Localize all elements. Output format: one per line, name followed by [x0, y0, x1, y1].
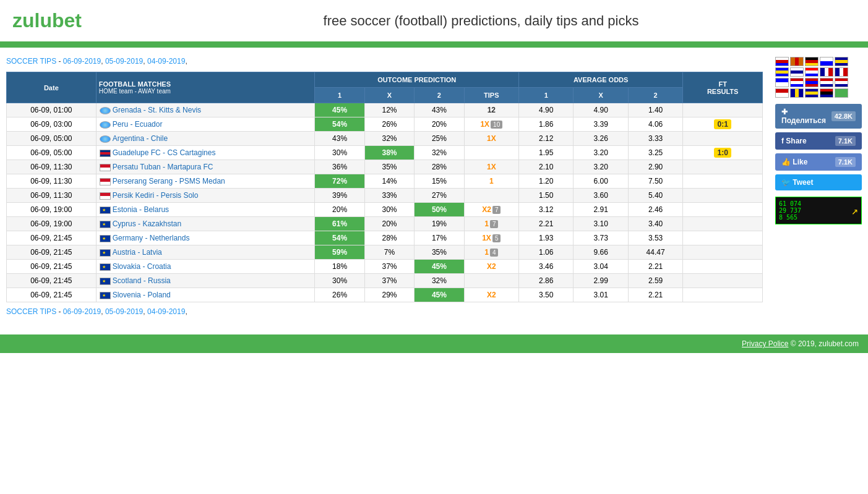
- row-ox: 3.39: [574, 117, 628, 132]
- row-team: Perserang Serang - PSMS Medan: [96, 174, 315, 189]
- table-row: 06-09, 05:00 Guadelupe FC - CS Cartagine…: [7, 146, 763, 160]
- tip-value: 1: [484, 248, 489, 257]
- team-link[interactable]: Cyprus - Kazakhstan: [113, 219, 181, 228]
- team-link[interactable]: Perserang Serang - PSMS Medan: [113, 177, 225, 185]
- sub-col-1: 1: [315, 88, 364, 103]
- row-o2: 1.40: [628, 103, 682, 117]
- row-team: Grenada - St. Kitts & Nevis: [96, 103, 315, 117]
- row-o2: 2.21: [628, 288, 682, 302]
- row-date: 06-09, 21:45: [7, 260, 97, 274]
- table-row: 06-09, 21:45 Slovenia - Poland 26% 29% 4…: [7, 288, 763, 302]
- team-link[interactable]: Argentina - Chile: [113, 134, 168, 143]
- date-link-1-bottom[interactable]: 06-09-2019: [63, 307, 101, 316]
- team-link[interactable]: Guadelupe FC - CS Cartagines: [113, 148, 216, 157]
- row-tip: 1X10: [464, 117, 518, 132]
- row-px: 35%: [364, 160, 414, 174]
- row-team: Estonia - Belarus: [96, 203, 315, 217]
- team-link[interactable]: Persatu Tuban - Martapura FC: [113, 163, 213, 171]
- row-p2: 25%: [415, 132, 464, 146]
- row-p1: 30%: [315, 274, 364, 288]
- twitter-tweet-button[interactable]: 🐦 Tweet: [775, 174, 862, 190]
- flag-rs: [805, 78, 819, 87]
- date-link-2-bottom[interactable]: 05-09-2019: [105, 307, 143, 316]
- row-team: Slovakia - Croatia: [96, 260, 315, 274]
- row-p2: 45%: [415, 288, 464, 302]
- flag-de: [805, 57, 819, 66]
- row-p1: 72%: [315, 174, 364, 189]
- date-link-1-top[interactable]: 06-09-2019: [63, 57, 101, 66]
- fb-share-button[interactable]: f Share 7.1K: [775, 132, 862, 150]
- row-p2: 35%: [415, 245, 464, 260]
- team-link[interactable]: Slovakia - Croatia: [113, 262, 171, 271]
- row-o2: 44.47: [628, 245, 682, 260]
- row-p1: 20%: [315, 203, 364, 217]
- row-ft: 0:1: [683, 117, 763, 132]
- row-o1: 1.50: [519, 189, 574, 203]
- row-o2: 2.46: [628, 203, 682, 217]
- breadcrumb-bottom: SOCCER TIPS - 06-09-2019, 05-09-2019, 04…: [6, 302, 763, 322]
- team-link[interactable]: Estonia - Belarus: [113, 205, 169, 214]
- ft-score: 0:1: [714, 119, 731, 129]
- row-o2: 2.21: [628, 260, 682, 274]
- row-p1: 54%: [315, 231, 364, 245]
- team-link[interactable]: Germany - Netherlands: [113, 234, 190, 242]
- sidebar: ✚ Поделиться 42.8K f Share 7.1K 👍 Like 7…: [769, 54, 868, 322]
- row-date: 06-09, 19:00: [7, 217, 97, 231]
- row-date: 06-09, 19:00: [7, 203, 97, 217]
- row-date: 06-09, 21:45: [7, 245, 97, 260]
- team-link[interactable]: Scotland - Russia: [113, 276, 171, 285]
- row-p1: 30%: [315, 146, 364, 160]
- row-p1: 54%: [315, 117, 364, 132]
- stats-arrow-icon: ↗: [851, 204, 858, 217]
- flag-es: [790, 57, 804, 66]
- table-row: 06-09, 19:00 Cyprus - Kazakhstan 61% 20%…: [7, 217, 763, 231]
- sub-col-odds2: 2: [628, 88, 682, 103]
- row-ox: 2.91: [574, 203, 628, 217]
- row-ft: [683, 132, 763, 146]
- date-link-3-bottom[interactable]: 04-09-2019: [147, 307, 185, 316]
- row-o2: 3.33: [628, 132, 682, 146]
- row-o1: 3.12: [519, 203, 574, 217]
- team-link[interactable]: Persik Kediri - Persis Solo: [113, 191, 199, 200]
- tip-value: 1X: [482, 234, 491, 242]
- row-ox: 3.20: [574, 160, 628, 174]
- flag-nl: [805, 67, 819, 77]
- date-link-3-top[interactable]: 04-09-2019: [147, 57, 185, 66]
- row-p2: 19%: [415, 217, 464, 231]
- header: zulubet free soccer (football) predictio…: [0, 0, 868, 44]
- soccer-tips-link-top[interactable]: SOCCER TIPS: [6, 57, 56, 66]
- row-team: Peru - Ecuador: [96, 117, 315, 132]
- privacy-link[interactable]: Privacy Police: [742, 339, 788, 348]
- team-link[interactable]: Austria - Latvia: [113, 248, 162, 257]
- team-link[interactable]: Grenada - St. Kitts & Nevis: [113, 106, 201, 114]
- row-tip: 14: [464, 245, 518, 260]
- row-o2: 3.40: [628, 217, 682, 231]
- row-tip: 1: [464, 174, 518, 189]
- tip-value: X2: [487, 291, 496, 299]
- team-link[interactable]: Peru - Ecuador: [113, 120, 163, 129]
- team-link[interactable]: Slovenia - Poland: [113, 291, 171, 299]
- flag-sk: [790, 78, 804, 87]
- col-header-outcome: OUTCOME PREDICTION: [315, 72, 519, 88]
- vk-share-count: 42.8K: [831, 111, 856, 121]
- row-p2: 15%: [415, 174, 464, 189]
- row-o1: 1.93: [519, 231, 574, 245]
- sub-col-2: 2: [415, 88, 464, 103]
- row-date: 06-09, 01:00: [7, 103, 97, 117]
- row-o2: 3.53: [628, 231, 682, 245]
- soccer-tips-link-bottom[interactable]: SOCCER TIPS: [6, 307, 56, 316]
- num-badge: 4: [490, 249, 499, 257]
- row-o1: 4.90: [519, 103, 574, 117]
- fb-like-count: 7.1K: [835, 157, 856, 167]
- table-row: 06-09, 11:30 Persatu Tuban - Martapura F…: [7, 160, 763, 174]
- date-link-2-top[interactable]: 05-09-2019: [105, 57, 143, 66]
- sub-col-x: X: [364, 88, 414, 103]
- tip-value: 1X: [487, 134, 496, 143]
- row-o1: 1.20: [519, 174, 574, 189]
- header-title: free soccer (football) predictions, dail…: [106, 13, 856, 29]
- fb-like-button[interactable]: 👍 Like 7.1K: [775, 153, 862, 171]
- tip-value: X2: [482, 205, 491, 214]
- vk-share-button[interactable]: ✚ Поделиться 42.8K: [775, 104, 862, 129]
- fb-share-icon: f Share: [781, 137, 807, 145]
- row-p2: 32%: [415, 274, 464, 288]
